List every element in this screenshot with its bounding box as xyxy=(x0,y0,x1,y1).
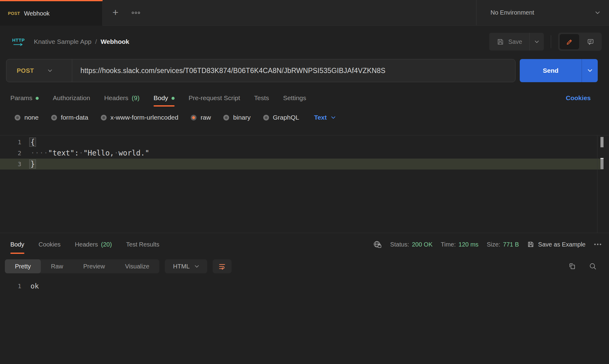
test-results-label: Test Results xyxy=(126,241,159,248)
tab-params-label: Params xyxy=(10,94,32,102)
response-tabs: Body Cookies Headers (20) Test Results S… xyxy=(0,233,609,256)
radio-form-data[interactable]: form-data xyxy=(51,114,88,121)
headers-count: (9) xyxy=(132,94,140,102)
copy-response-icon[interactable] xyxy=(568,262,576,270)
save-as-example-label: Save as Example xyxy=(538,241,586,248)
radio-graphql[interactable]: GraphQL xyxy=(263,114,299,121)
url-bar-row: POST https://hooks.slack.com/services/T0… xyxy=(6,59,598,82)
edit-request-button[interactable] xyxy=(560,34,579,49)
radio-binary-label: binary xyxy=(233,114,250,121)
editor-scrollbar-thumb[interactable] xyxy=(600,137,604,147)
json-body-text: ····"text":·"Hello,·world." xyxy=(21,148,149,159)
size-value: 771 B xyxy=(503,241,519,248)
tab-authorization-label: Authorization xyxy=(53,94,90,102)
radio-none[interactable]: none xyxy=(15,114,39,121)
view-visualize-button[interactable]: Visualize xyxy=(115,259,159,273)
request-tab-webhook[interactable]: POST Webhook xyxy=(0,0,103,26)
tab-headers[interactable]: Headers (9) xyxy=(104,89,140,107)
radio-binary[interactable]: binary xyxy=(223,114,250,121)
wrap-lines-button[interactable] xyxy=(213,259,232,273)
more-tabs-icon[interactable] xyxy=(131,11,140,14)
tab-pre-request-label: Pre-request Script xyxy=(189,94,240,102)
tab-params[interactable]: Params xyxy=(10,89,39,107)
save-button[interactable]: Save xyxy=(489,33,530,51)
request-header: HTTP Knative Sample App / Webhook Save xyxy=(0,26,609,58)
open-brace: { xyxy=(29,138,36,147)
globe-lock-icon[interactable] xyxy=(373,240,382,249)
radio-circle xyxy=(15,115,20,121)
time-label: Time: xyxy=(441,241,456,248)
radio-circle xyxy=(101,115,107,121)
search-response-icon[interactable] xyxy=(589,262,597,270)
tab-body[interactable]: Body xyxy=(154,89,175,107)
response-cookies-label: Cookies xyxy=(39,241,61,248)
chevron-down-icon xyxy=(195,265,199,268)
breadcrumb-request-name[interactable]: Webhook xyxy=(101,38,129,45)
radio-none-label: none xyxy=(24,114,39,121)
response-tab-cookies[interactable]: Cookies xyxy=(39,233,61,256)
response-content: ok xyxy=(21,281,39,292)
response-tab-headers[interactable]: Headers (20) xyxy=(75,233,112,256)
raw-language-selector[interactable]: Text xyxy=(314,114,335,121)
view-raw-button[interactable]: Raw xyxy=(41,259,73,273)
radio-urlencoded-label: x-www-form-urlencoded xyxy=(111,114,179,121)
view-preview-button[interactable]: Preview xyxy=(73,259,115,273)
radio-raw[interactable]: raw xyxy=(191,114,211,121)
url-bar: POST https://hooks.slack.com/services/T0… xyxy=(6,59,515,82)
editor-line-3-active: 3 } xyxy=(0,159,603,170)
view-pretty-button[interactable]: Pretty xyxy=(5,259,41,273)
method-selector[interactable]: POST xyxy=(6,67,72,74)
chevron-down-icon xyxy=(331,116,335,119)
radio-graphql-label: GraphQL xyxy=(273,114,299,121)
request-body-editor[interactable]: 1 { 2 ····"text":·"Hello,·world." 3 } xyxy=(0,135,609,233)
preview-label: Preview xyxy=(83,263,105,270)
body-dot-indicator xyxy=(172,97,175,100)
response-more-options-icon[interactable] xyxy=(594,243,602,246)
pretty-label: Pretty xyxy=(15,263,31,270)
tab-tests[interactable]: Tests xyxy=(254,89,269,107)
tab-settings[interactable]: Settings xyxy=(283,89,306,107)
radio-x-www-form-urlencoded[interactable]: x-www-form-urlencoded xyxy=(101,114,179,121)
raw-label: Raw xyxy=(51,263,63,270)
send-options-button[interactable] xyxy=(582,59,598,82)
new-tab-button[interactable]: + xyxy=(112,7,119,17)
line-number: 2 xyxy=(0,148,21,159)
response-tab-test-results[interactable]: Test Results xyxy=(126,233,159,256)
floppy-disk-icon xyxy=(497,38,504,46)
cookies-link[interactable]: Cookies xyxy=(566,94,599,102)
tab-bar: POST Webhook + No Environment xyxy=(0,0,609,26)
tab-pre-request-script[interactable]: Pre-request Script xyxy=(189,89,240,107)
editor-line-1: 1 { xyxy=(0,137,609,148)
response-view-switcher: Pretty Raw Preview Visualize xyxy=(5,259,159,273)
response-line-1: 1 ok xyxy=(0,281,609,292)
radio-circle-selected xyxy=(191,115,197,121)
size-label: Size: xyxy=(487,241,500,248)
close-brace: } xyxy=(29,159,36,169)
tab-tests-label: Tests xyxy=(254,94,269,102)
tab-authorization[interactable]: Authorization xyxy=(53,89,90,107)
response-body-label: Body xyxy=(10,241,24,248)
response-tab-body[interactable]: Body xyxy=(10,233,24,256)
save-as-example-button[interactable]: Save as Example xyxy=(527,241,586,248)
response-size: Size: 771 B xyxy=(487,241,519,248)
save-options-button[interactable] xyxy=(530,33,544,51)
breadcrumb-collection[interactable]: Knative Sample App xyxy=(34,38,91,45)
pencil-icon xyxy=(566,38,573,46)
comments-button[interactable] xyxy=(581,34,600,49)
tab-method-badge: POST xyxy=(8,11,20,16)
comment-icon xyxy=(587,38,594,46)
response-format-selector[interactable]: HTML xyxy=(165,259,207,273)
wrap-text-icon xyxy=(218,262,226,270)
editor-cursor-marker xyxy=(600,158,604,169)
radio-circle xyxy=(51,115,57,121)
send-button[interactable]: Send xyxy=(520,59,582,82)
url-input[interactable]: https://hooks.slack.com/services/T06TD83… xyxy=(72,67,385,75)
tab-settings-label: Settings xyxy=(283,94,306,102)
environment-selector[interactable]: No Environment xyxy=(476,0,609,25)
response-toolbar: Pretty Raw Preview Visualize HTML xyxy=(0,259,609,273)
line-number: 1 xyxy=(0,137,21,148)
radio-raw-label: raw xyxy=(200,114,211,121)
chevron-down-icon xyxy=(595,11,600,14)
environment-label: No Environment xyxy=(490,9,534,16)
response-body-viewer[interactable]: 1 ok xyxy=(0,281,609,292)
